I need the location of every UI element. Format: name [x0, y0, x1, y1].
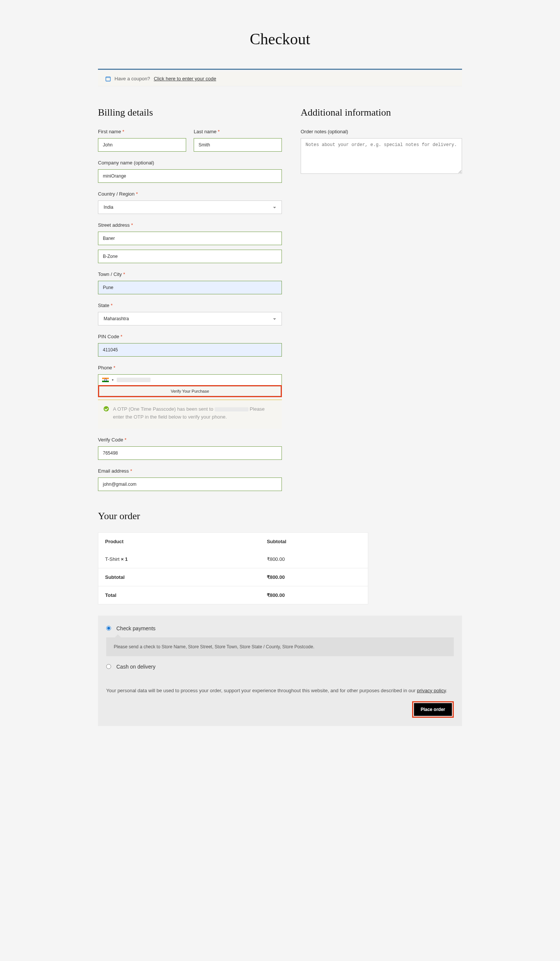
- svg-rect-1: [106, 77, 110, 78]
- first-name-label: First name *: [98, 129, 186, 134]
- last-name-input[interactable]: [194, 138, 282, 152]
- flag-india-icon: [102, 378, 109, 382]
- company-input[interactable]: [98, 169, 282, 183]
- verify-purchase-button[interactable]: Verify Your Purchase: [99, 386, 281, 396]
- order-item-row: T-Shirt × 1 ₹800.00: [98, 550, 368, 568]
- city-label: Town / City *: [98, 272, 282, 277]
- payment-check-option[interactable]: Check payments: [106, 622, 454, 635]
- coupon-prompt: Have a coupon?: [114, 76, 150, 82]
- payment-cod-radio[interactable]: [106, 664, 111, 669]
- subtotal-header: Subtotal: [260, 532, 368, 550]
- place-order-button[interactable]: Place order: [414, 703, 452, 716]
- payment-cod-option[interactable]: Cash on delivery: [106, 660, 454, 673]
- place-order-highlight: Place order: [412, 701, 454, 718]
- payment-check-description: Please send a check to Store Name, Store…: [106, 637, 454, 656]
- phone-input[interactable]: ▾: [98, 374, 282, 386]
- phone-number-masked: [117, 378, 151, 382]
- coupon-link[interactable]: Click here to enter your code: [154, 76, 216, 82]
- email-label: Email address *: [98, 468, 282, 474]
- street-label: Street address *: [98, 222, 282, 228]
- product-header: Product: [98, 532, 260, 550]
- verify-button-highlight: Verify Your Purchase: [98, 385, 282, 397]
- verify-code-label: Verify Code *: [98, 437, 282, 443]
- city-input[interactable]: [98, 281, 282, 294]
- country-select[interactable]: India: [98, 201, 282, 214]
- divider-top: [98, 69, 462, 70]
- page-title: Checkout: [98, 30, 462, 48]
- pin-input[interactable]: [98, 343, 282, 357]
- payment-box: Check payments Please send a check to St…: [98, 615, 462, 680]
- chevron-down-icon[interactable]: ▾: [112, 378, 114, 382]
- billing-heading: Billing details: [98, 107, 282, 118]
- payment-check-radio[interactable]: [106, 626, 111, 631]
- privacy-policy-link[interactable]: privacy policy: [417, 688, 446, 693]
- phone-label: Phone *: [98, 365, 282, 371]
- state-label: State *: [98, 302, 282, 308]
- coupon-icon: [106, 76, 111, 82]
- street1-input[interactable]: [98, 231, 282, 245]
- otp-notice: A OTP (One Time Passcode) has been sent …: [98, 399, 282, 429]
- order-subtotal-row: Subtotal ₹800.00: [98, 568, 368, 586]
- street2-input[interactable]: [98, 250, 282, 263]
- check-circle-icon: [104, 406, 109, 411]
- coupon-bar: Have a coupon? Click here to enter your …: [98, 71, 462, 86]
- verify-code-input[interactable]: [98, 446, 282, 460]
- email-input[interactable]: [98, 477, 282, 491]
- last-name-label: Last name *: [194, 129, 282, 134]
- order-total-row: Total ₹800.00: [98, 586, 368, 604]
- privacy-box: Your personal data will be used to proce…: [98, 680, 462, 726]
- phone-number-masked-inline: [215, 407, 249, 411]
- state-select[interactable]: Maharashtra: [98, 312, 282, 325]
- additional-heading: Additional information: [301, 107, 462, 118]
- order-notes-textarea[interactable]: [301, 138, 462, 174]
- order-notes-label: Order notes (optional): [301, 129, 462, 134]
- country-label: Country / Region *: [98, 191, 282, 197]
- order-heading: Your order: [98, 511, 462, 522]
- order-table: Product Subtotal T-Shirt × 1 ₹800.00 Sub…: [98, 532, 368, 604]
- first-name-input[interactable]: [98, 138, 186, 152]
- company-label: Company name (optional): [98, 160, 282, 166]
- pin-label: PIN Code *: [98, 334, 282, 339]
